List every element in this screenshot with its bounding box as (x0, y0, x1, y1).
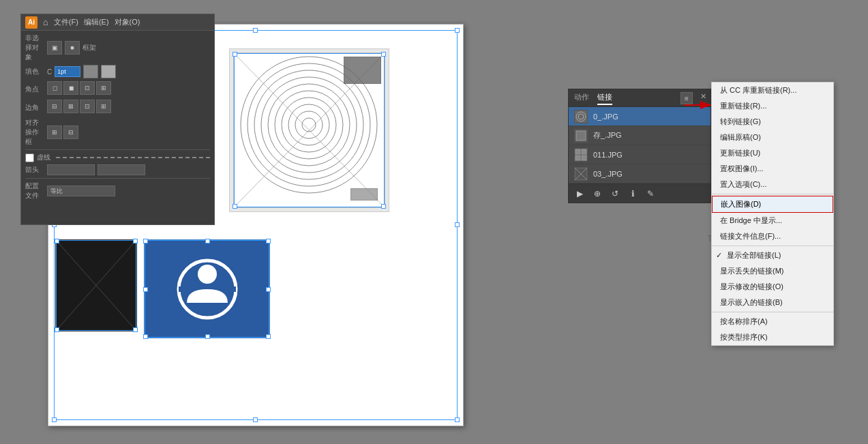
arrow-select-2[interactable] (98, 164, 145, 175)
dash-label: 虚线 (37, 153, 50, 162)
handle-tr (455, 28, 460, 33)
menu-item-paste-options[interactable]: 置入选项(C)... (712, 177, 833, 192)
row-dash: 虚线 (25, 153, 210, 162)
corner-btn-4[interactable]: ⊞ (96, 81, 111, 95)
svg-rect-21 (575, 149, 580, 154)
menu-item-sort-type[interactable]: 按类型排序(K) (712, 329, 833, 345)
logo-handle-br (266, 334, 271, 339)
tab-action[interactable]: 动作 (574, 91, 589, 105)
circle-mini-panel-2 (350, 188, 378, 201)
dark-thumbnail (55, 239, 137, 331)
menu-items: 文件(F) 编辑(E) 对象(O) (54, 17, 140, 27)
circle-mini-panel (344, 57, 381, 84)
menu-item-update-link[interactable]: 更新链接(U) (712, 145, 833, 161)
menu-label-edit-original: 编辑原稿(O) (720, 132, 761, 143)
menubar: Ai ⌂ 文件(F) 编辑(E) 对象(O) (21, 14, 214, 31)
menu-label-update-link: 更新链接(U) (720, 148, 760, 158)
handle-bc (253, 417, 258, 422)
footer-btn-refresh[interactable]: ↺ (608, 188, 622, 200)
align-left[interactable]: ⊞ (47, 125, 62, 139)
logo-handle-tr (266, 239, 271, 243)
handle-bl (52, 417, 57, 422)
menu-item-show-all[interactable]: ✓ 显示全部链接(L) (712, 248, 833, 263)
link-thumb-3 (574, 167, 588, 181)
edge-btn-4[interactable]: ⊞ (96, 100, 111, 113)
menu-item-place-image[interactable]: 置权图像(I)... (712, 161, 833, 177)
fill-swatch-1[interactable] (83, 65, 98, 78)
footer-btn-link[interactable]: ⊕ (590, 188, 604, 200)
link-item-3[interactable]: 03_.JPG (569, 164, 710, 183)
menu-item-in-bridge[interactable]: 在 Bridge 中显示... (712, 213, 833, 228)
fill-c-label: C (47, 68, 52, 76)
link-item-2[interactable]: 011.JPG (569, 145, 710, 164)
arrow-select-1[interactable] (47, 164, 95, 175)
footer-btn-play[interactable]: ▶ (573, 188, 586, 200)
label-corner: 角点 (25, 85, 44, 94)
tab-links[interactable]: 链接 (597, 91, 612, 105)
svg-point-18 (576, 112, 586, 121)
menu-label-link-file-info: 链接文件信息(F)... (720, 231, 781, 241)
link-item-1[interactable]: 存_.JPG (569, 126, 710, 145)
edge-btn-3[interactable]: ⊡ (80, 100, 95, 113)
menu-item-show-missing[interactable]: 显示丢失的链接(M) (712, 263, 833, 279)
menu-label-show-all: 显示全部链接(L) (727, 250, 781, 261)
label-align-pos: 框架 (83, 43, 96, 53)
context-menu: 从 CC 库重新链接(R)... 重新链接(R)... 转到链接(G) 编辑原稿… (711, 82, 834, 346)
menu-item-show-embedded[interactable]: 显示嵌入的链接(B) (712, 295, 833, 310)
menu-item-go-to-link[interactable]: 转到链接(G) (712, 114, 833, 130)
circle-art-container (229, 48, 389, 212)
svg-point-19 (578, 114, 584, 119)
properties-panel: Ai ⌂ 文件(F) 编辑(E) 对象(O) 非选择对象 ▣ ■ 框架 填色 C… (20, 14, 215, 225)
align-center[interactable]: ⊟ (63, 125, 78, 139)
toolbar-body: 非选择对象 ▣ ■ 框架 填色 C 1pt 角点 ◻ ◼ ⊡ ⊞ (21, 31, 214, 206)
separator-3 (712, 312, 833, 312)
svg-rect-23 (575, 156, 580, 160)
edge-icons: ⊟ ⊠ ⊡ ⊞ (47, 100, 111, 113)
menu-label-in-bridge: 在 Bridge 中显示... (720, 216, 782, 226)
footer-btn-info[interactable]: ℹ (626, 188, 640, 200)
menu-item-edit-original[interactable]: 编辑原稿(O) (712, 130, 833, 145)
menu-file[interactable]: 文件(F) (54, 17, 78, 27)
menu-object[interactable]: 对象(O) (115, 17, 140, 27)
menu-item-embed-image[interactable]: 嵌入图像(D) (712, 196, 833, 213)
svg-point-5 (282, 98, 336, 152)
divider-2 (25, 178, 210, 179)
svg-point-9 (254, 70, 363, 179)
edge-btn-2[interactable]: ⊠ (63, 100, 78, 113)
row-select: 非选择对象 ▣ ■ 框架 (25, 33, 210, 62)
menu-item-sort-name[interactable]: 按名称排序(A) (712, 314, 833, 329)
row-corner: 角点 ◻ ◼ ⊡ ⊞ (25, 81, 210, 97)
fill-input[interactable]: 1pt (55, 66, 80, 77)
row-edge: 边角 ⊟ ⊠ ⊡ ⊞ (25, 100, 210, 115)
fill-swatch-2[interactable] (101, 65, 116, 78)
dash-preview (56, 157, 210, 158)
logo-handle-mr (266, 287, 271, 292)
handle-tc (253, 28, 258, 33)
edge-btn-1[interactable]: ⊟ (47, 100, 62, 113)
link-thumb-0 (574, 110, 588, 123)
menu-edit[interactable]: 编辑(E) (84, 17, 109, 27)
logo-handle-ml (143, 287, 148, 292)
dark-thumb-cross (56, 240, 136, 331)
link-name-1: 存_.JPG (593, 130, 705, 140)
label-fill: 填色 (25, 67, 44, 76)
label-edge: 边角 (25, 103, 44, 113)
svg-point-4 (288, 104, 329, 145)
menu-item-show-modified[interactable]: 显示修改的链接(O) (712, 279, 833, 295)
corner-btn-3[interactable]: ⊡ (80, 81, 95, 95)
menu-item-link-file-info[interactable]: 链接文件信息(F)... (712, 228, 833, 244)
svg-rect-22 (582, 149, 586, 154)
menu-item-cc-relink[interactable]: 从 CC 库重新链接(R)... (712, 83, 833, 98)
corner-btn-1[interactable]: ◻ (47, 81, 62, 95)
footer-btn-edit[interactable]: ✎ (644, 188, 657, 200)
menu-label-show-modified: 显示修改的链接(O) (720, 282, 783, 292)
select-btn-1[interactable]: ▣ (47, 41, 62, 55)
select-btn-2[interactable]: ■ (65, 41, 80, 55)
panel-footer: ▶ ⊕ ↺ ℹ ✎ (569, 183, 710, 203)
menu-label-embed-image: 嵌入图像(D) (721, 199, 761, 209)
profile-select[interactable]: 等比 (47, 186, 115, 196)
menu-item-relink[interactable]: 重新链接(R)... (712, 98, 833, 114)
corner-btn-2[interactable]: ◼ (63, 81, 78, 95)
dash-checkbox[interactable] (25, 153, 34, 162)
logo-handle-bc (205, 334, 210, 339)
